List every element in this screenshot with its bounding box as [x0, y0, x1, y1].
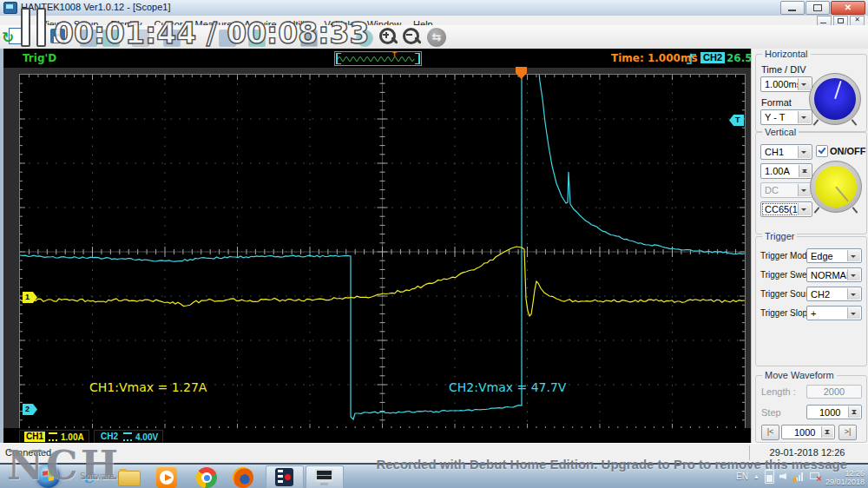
spinner-arrows-icon[interactable] [848, 406, 860, 418]
time-div-label: Time / DIV [761, 64, 806, 75]
onoff-label: ON/OFF [830, 146, 866, 156]
speaker-icon[interactable] [779, 472, 788, 481]
step-label: Step [761, 407, 781, 418]
media-player-icon[interactable] [156, 467, 177, 488]
waveform-plot [20, 75, 745, 429]
debut-taskbar-button[interactable] [266, 465, 304, 488]
chevron-down-icon [847, 250, 860, 261]
length-label: Length : [761, 386, 796, 397]
ch2-dc-coupling-icon [123, 432, 132, 441]
channel-strip: CH1 1.00A CH2 4.00V [3, 428, 751, 443]
chevron-down-icon [847, 269, 860, 280]
maximize-icon[interactable] [806, 1, 830, 15]
vertical-group: Vertical CH1 ON/OFF 1.00A DC CC65(1m [755, 132, 867, 234]
move-waveform-title: Move Waveform [762, 370, 837, 380]
trigger-mode-label: Trigger Mode [760, 251, 812, 260]
coupling-select: DC [760, 182, 812, 198]
nch-watermark-subtitle: Software [80, 472, 114, 481]
oscilloscope-app-icon [315, 469, 333, 482]
close-icon[interactable] [831, 1, 865, 15]
signal-icon[interactable] [793, 471, 805, 482]
trigger-source-badge: CH2 [700, 52, 725, 63]
trigger-group-title: Trigger [762, 231, 797, 241]
reload-document-icon[interactable]: ↻ [3, 27, 23, 46]
ch1-dc-coupling-icon [49, 432, 57, 441]
horizontal-group: Horizontal Time / DIV 1.000ms Format Y -… [755, 54, 867, 132]
ch2-scale: 4.00V [135, 432, 158, 442]
probe-select[interactable]: CC65(1m [760, 201, 812, 217]
zoom-in-icon[interactable] [378, 27, 399, 48]
trigger-edge-icon [686, 51, 698, 69]
language-indicator[interactable]: EN [736, 472, 748, 481]
app-icon [3, 2, 17, 14]
horizontal-group-title: Horizontal [762, 49, 811, 59]
chevron-down-icon [798, 146, 811, 158]
timebase-readout: Time: 1.000ms [611, 52, 698, 64]
ch1-label: CH1 [24, 432, 45, 442]
record-preview[interactable]: T [334, 51, 422, 66]
trigger-sweep-select[interactable]: NORMAL [806, 267, 862, 282]
chrome-icon[interactable] [196, 467, 217, 488]
scope-client-area: Trig'D T Time: 1.000ms CH2 26.5V 1 2 T C… [0, 49, 751, 443]
spinner-arrows-icon[interactable] [799, 165, 811, 177]
position-spinner[interactable]: 1000 [781, 425, 835, 439]
trigger-source-select[interactable]: CH2 [806, 287, 862, 301]
channel-onoff-checkbox[interactable] [816, 145, 828, 157]
preview-trigger-marker: T [392, 50, 397, 58]
go-last-button[interactable]: >| [838, 425, 857, 440]
move-waveform-group: Move Waveform Length : 2000 Step 1000 |<… [755, 375, 867, 443]
trigger-status: Trig'D [23, 52, 56, 64]
ch2-label: CH2 [99, 432, 120, 442]
chevron-down-icon [798, 111, 811, 123]
format-label: Format [761, 97, 792, 108]
length-field: 2000 [806, 385, 862, 399]
window-left-edge [0, 49, 3, 443]
control-panel: Horizontal Time / DIV 1.000ms Format Y -… [751, 49, 868, 443]
format-select[interactable]: Y - T [760, 109, 812, 125]
spinner-arrows-icon[interactable] [821, 426, 833, 438]
trigger-slope-select[interactable]: + [806, 306, 862, 320]
debut-watermark: Recorded with Debut Home Edition. Upgrad… [376, 457, 847, 472]
preview-waveform [335, 52, 419, 63]
preview-right-bracket [415, 53, 420, 64]
scope-display: 1 2 T CH1:Vmax = 1.27A CH2:Vmax = 47.7V [19, 74, 746, 430]
clock-date: 29/01/2018 [825, 478, 865, 486]
vertical-group-title: Vertical [762, 127, 799, 137]
pause-icon[interactable] [21, 8, 54, 47]
firefox-icon[interactable] [233, 467, 253, 488]
trigger-mode-select[interactable]: Edge [806, 248, 862, 263]
screen: HANTEK1008 Ver1.0.12 - [Scope1] ViewSetu… [0, 0, 868, 488]
go-first-button[interactable]: |< [761, 425, 779, 440]
file-explorer-icon[interactable] [118, 471, 141, 486]
vertical-knob[interactable] [810, 161, 862, 213]
ch1-scale: 1.00A [61, 432, 84, 442]
chevron-down-icon [798, 184, 811, 196]
scope-info-bar: Trig'D T Time: 1.000ms CH2 26.5V [3, 49, 751, 68]
chevron-down-icon [847, 307, 860, 319]
title-bar: HANTEK1008 Ver1.0.12 - [Scope1] [0, 0, 868, 16]
debut-recorder-icon [275, 468, 293, 486]
zoom-out-icon[interactable] [402, 27, 423, 48]
ch1-measurement: CH1:Vmax = 1.27A [89, 380, 207, 394]
horizontal-knob[interactable] [809, 73, 861, 125]
refresh-icon[interactable]: ⇆ [427, 28, 446, 47]
hantek-taskbar-button[interactable] [306, 465, 344, 488]
minimize-icon[interactable] [780, 1, 805, 15]
chevron-down-icon [798, 203, 811, 215]
step-spinner[interactable]: 1000 [806, 405, 862, 419]
recording-timer: 00:01:44 / 00:08:33 [54, 16, 369, 50]
nch-watermark: NCH [7, 442, 121, 488]
time-div-select[interactable]: 1.000ms [760, 76, 812, 92]
vertical-scale-spinner[interactable]: 1.00A [760, 163, 812, 179]
trigger-group: Trigger Trigger Mode Edge Trigger Sweep … [755, 236, 867, 366]
tray-clock[interactable]: 12:26 29/01/2018 [825, 469, 865, 486]
chevron-down-icon [798, 78, 811, 90]
clock-time: 12:26 [845, 469, 865, 478]
channel-select[interactable]: CH1 [760, 144, 812, 160]
window-controls [780, 1, 865, 15]
preview-left-bracket [336, 53, 341, 64]
trigger-slope-label: Trigger Slope [760, 308, 812, 318]
tray-expand-icon[interactable]: ▲ [753, 473, 760, 479]
network-disconnected-icon[interactable] [810, 472, 820, 481]
ch2-measurement: CH2:Vmax = 47.7V [449, 380, 566, 394]
